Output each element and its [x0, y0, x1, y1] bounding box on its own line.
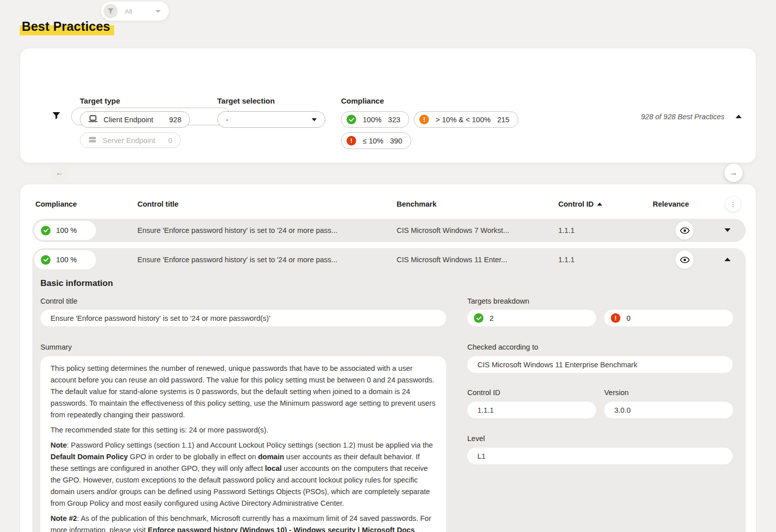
column-header-relevance[interactable]: Relevance [653, 200, 689, 208]
targets-passed-badge: 2 [467, 310, 596, 326]
row-control-id: 1.1.1 [558, 219, 574, 242]
target-selection-dropdown[interactable]: - [217, 111, 325, 128]
relevance-eye-button[interactable] [675, 251, 694, 269]
control-title-label: Control title [40, 297, 77, 305]
version-label: Version [604, 389, 628, 397]
summary-paragraph: Note: Password Policy settings (section … [51, 440, 436, 509]
control-id-field[interactable]: 1.1.1 [467, 402, 596, 418]
funnel-icon [104, 4, 118, 18]
checked-according-to-label: Checked according to [467, 343, 538, 351]
summary-paragraph: This policy setting determines the numbe… [51, 363, 436, 421]
filter-compliance-low[interactable]: ! ≤ 10% 390 [341, 132, 411, 149]
target-selection-value: - [226, 116, 228, 124]
column-header-control-title[interactable]: Control title [137, 200, 178, 208]
chevron-down-icon [156, 10, 161, 13]
filters-panel: 928 of 928 Best Practices ← → Target typ… [20, 49, 756, 163]
check-circle-icon [474, 313, 483, 323]
expanded-row-container: 100 % Ensure 'Enforce password history' … [32, 248, 746, 532]
error-circle-icon: ! [611, 313, 620, 323]
filter-compliance-100[interactable]: 100% 323 [341, 111, 409, 128]
row-control-title: Ensure 'Enforce password history' is set… [137, 219, 337, 242]
summary-paragraph: Note #2: As of the publication of this b… [51, 513, 436, 532]
compliance-low-label: ≤ 10% [363, 137, 383, 145]
table-row[interactable]: 100 % Ensure 'Enforce password history' … [32, 219, 746, 242]
compliance-badge: 100 % [34, 250, 96, 269]
chevron-down-icon [312, 118, 317, 121]
check-circle-icon [41, 226, 51, 235]
targets-breakdown-label: Targets breakdown [467, 297, 529, 305]
summary-paragraph: The recommended state for this setting i… [51, 424, 436, 436]
filter-compliance-partial[interactable]: ! > 10% & < 100% 215 [414, 111, 518, 128]
client-endpoint-count: 928 [169, 116, 181, 124]
checked-according-to-field[interactable]: CIS Microsoft Windows 11 Enterprise Benc… [467, 356, 733, 373]
scope-filter-value: All [125, 8, 132, 15]
check-circle-icon [347, 115, 356, 124]
row-control-title: Ensure 'Enforce password history' is set… [137, 248, 337, 271]
server-endpoint-label: Server Endpoint [103, 136, 155, 144]
filter-client-endpoint[interactable]: Client Endpoint 928 [80, 111, 190, 128]
compliance-100-count: 323 [388, 116, 400, 124]
summary-label: Summary [40, 343, 72, 351]
target-selection-label: Target selection [217, 96, 275, 105]
row-control-id: 1.1.1 [558, 248, 574, 271]
compliance-badge: 100 % [34, 221, 96, 240]
collapse-panel-icon[interactable] [736, 115, 742, 118]
chevron-up-icon[interactable] [724, 258, 731, 261]
check-circle-icon [41, 255, 51, 265]
column-header-compliance[interactable]: Compliance [35, 200, 77, 208]
row-benchmark: CIS Microsoft Windows 11 Enter... [397, 248, 507, 271]
page-header: Best Practices [22, 15, 114, 37]
page-title: Best Practices [22, 19, 114, 34]
level-field[interactable]: L1 [467, 448, 733, 464]
level-label: Level [467, 434, 485, 443]
error-circle-icon: ! [347, 136, 356, 146]
scroll-right-button[interactable]: → [724, 164, 743, 182]
warning-circle-icon: ! [419, 115, 429, 124]
scope-filter-dropdown[interactable]: All [101, 2, 169, 21]
targets-failed-badge: ! 0 [604, 310, 733, 326]
chevron-down-icon[interactable] [724, 228, 731, 232]
compliance-100-label: 100% [363, 116, 381, 124]
results-count: 928 of 928 Best Practices [641, 113, 724, 121]
compliance-label: Compliance [341, 96, 384, 105]
column-header-benchmark[interactable]: Benchmark [397, 200, 437, 208]
table-options-button[interactable]: ⋮ [725, 197, 741, 212]
client-endpoint-label: Client Endpoint [104, 116, 153, 124]
relevance-eye-button[interactable] [675, 221, 694, 239]
filter-server-endpoint[interactable]: Server Endpoint 0 [80, 132, 181, 148]
control-id-label: Control ID [467, 389, 500, 397]
target-type-label: Target type [80, 96, 120, 105]
control-title-field[interactable]: Ensure 'Enforce password history' is set… [40, 310, 446, 326]
server-endpoint-count: 0 [168, 136, 172, 144]
column-header-control-id[interactable]: Control ID [558, 200, 602, 208]
summary-box: This policy setting determines the numbe… [40, 356, 446, 532]
laptop-icon [88, 115, 98, 124]
row-benchmark: CIS Microsoft Windows 7 Workst... [397, 219, 509, 242]
scroll-left-button[interactable]: ← [51, 164, 69, 182]
table-row[interactable]: 100 % Ensure 'Enforce password history' … [32, 248, 746, 271]
filter-icon[interactable] [53, 112, 60, 121]
compliance-partial-label: > 10% & < 100% [435, 116, 491, 124]
compliance-low-count: 390 [390, 137, 402, 145]
server-icon [88, 136, 96, 144]
detail-section-title: Basic information [40, 278, 113, 288]
sort-asc-icon [597, 203, 602, 206]
results-table: Compliance Control title Benchmark Contr… [20, 184, 756, 532]
version-field[interactable]: 3.0.0 [604, 402, 733, 418]
compliance-partial-count: 215 [497, 116, 509, 124]
